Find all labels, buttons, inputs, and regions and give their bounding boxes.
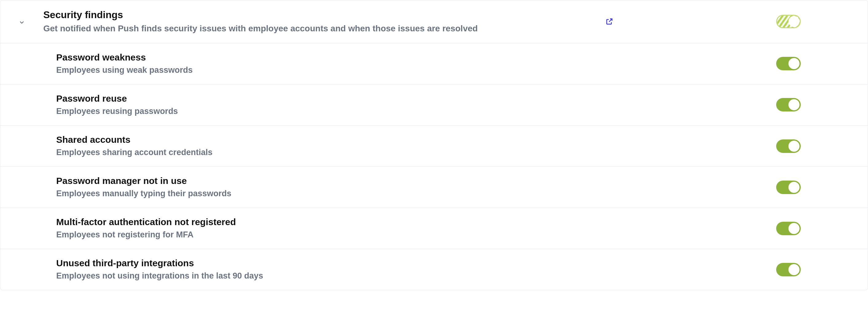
setting-title: Shared accounts xyxy=(56,134,632,145)
setting-toggle-shared-accounts[interactable] xyxy=(776,139,801,153)
setting-description: Employees reusing passwords xyxy=(56,106,632,117)
setting-row: Password manager not in use Employees ma… xyxy=(0,167,868,208)
setting-row: Password weakness Employees using weak p… xyxy=(0,43,868,85)
setting-row: Password reuse Employees reusing passwor… xyxy=(0,85,868,126)
toggle-knob xyxy=(788,99,800,110)
setting-text: Password manager not in use Employees ma… xyxy=(56,175,632,199)
setting-description: Employees using weak passwords xyxy=(56,65,632,75)
security-findings-panel: Security findings Get notified when Push… xyxy=(0,0,868,290)
toggle-knob xyxy=(788,264,800,275)
chevron-down-icon[interactable] xyxy=(19,19,25,26)
setting-toggle-mfa[interactable] xyxy=(776,222,801,235)
setting-toggle-password-weakness[interactable] xyxy=(776,57,801,70)
setting-text: Shared accounts Employees sharing accoun… xyxy=(56,134,632,158)
section-header-row: Security findings Get notified when Push… xyxy=(0,0,868,43)
toggle-knob xyxy=(788,182,800,193)
setting-description: Employees not registering for MFA xyxy=(56,229,632,240)
toggle-knob xyxy=(788,58,800,69)
section-title: Security findings xyxy=(43,9,603,21)
toggle-knob xyxy=(788,16,800,27)
setting-toggle-password-manager[interactable] xyxy=(776,181,801,194)
toggle-knob xyxy=(788,223,800,234)
setting-title: Password weakness xyxy=(56,52,632,63)
setting-text: Password reuse Employees reusing passwor… xyxy=(56,93,632,117)
setting-title: Password reuse xyxy=(56,93,632,104)
setting-text: Unused third-party integrations Employee… xyxy=(56,258,632,281)
external-link-icon[interactable] xyxy=(603,16,613,27)
section-header-text: Security findings Get notified when Push… xyxy=(43,9,603,34)
setting-text: Multi-factor authentication not register… xyxy=(56,217,632,240)
setting-toggle-unused-integrations[interactable] xyxy=(776,263,801,276)
toggle-knob xyxy=(788,141,800,152)
setting-title: Unused third-party integrations xyxy=(56,258,632,269)
setting-row: Unused third-party integrations Employee… xyxy=(0,249,868,290)
setting-description: Employees sharing account credentials xyxy=(56,147,632,158)
setting-toggle-password-reuse[interactable] xyxy=(776,98,801,112)
setting-description: Employees manually typing their password… xyxy=(56,188,632,199)
setting-row: Shared accounts Employees sharing accoun… xyxy=(0,126,868,167)
setting-row: Multi-factor authentication not register… xyxy=(0,208,868,249)
setting-description: Employees not using integrations in the … xyxy=(56,271,632,281)
section-description: Get notified when Push finds security is… xyxy=(43,23,603,34)
setting-text: Password weakness Employees using weak p… xyxy=(56,52,632,75)
setting-title: Multi-factor authentication not register… xyxy=(56,217,632,227)
section-master-toggle[interactable] xyxy=(776,15,801,28)
setting-title: Password manager not in use xyxy=(56,175,632,186)
